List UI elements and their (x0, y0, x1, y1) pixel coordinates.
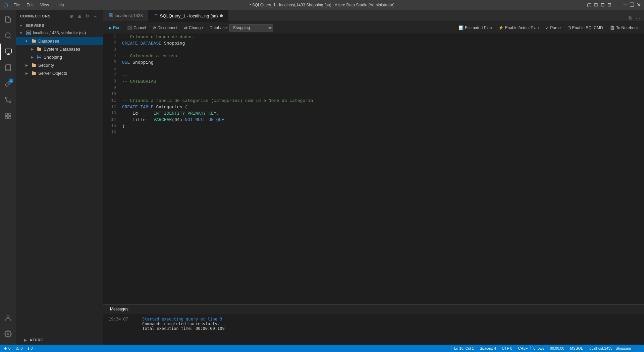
activity-account[interactable] (0, 310, 16, 326)
estimated-plan-button[interactable]: 📊 Estimated Plan (456, 24, 495, 31)
server-objects-item[interactable]: ▶ Server Objects (16, 69, 103, 77)
activity-files[interactable] (0, 11, 16, 27)
time-status[interactable]: 00:00:00 (547, 346, 567, 350)
activity-search[interactable] (0, 27, 16, 44)
encoding-status[interactable]: UTF-8 (499, 346, 515, 350)
run-button[interactable]: ▶ Run (106, 24, 123, 31)
azure-section[interactable]: ▶ AZURE (16, 335, 103, 345)
line-num-13: 13 (103, 110, 116, 117)
tab-more-button[interactable]: ··· (635, 15, 641, 21)
disconnect-label: Disconnect (157, 25, 177, 30)
estimated-plan-label: Estimated Plan (465, 25, 492, 30)
message-text-2: Total execution time: 00:00:00.109 (142, 326, 225, 331)
menu-view[interactable]: View (38, 2, 52, 8)
azure-header[interactable]: ▶ AZURE (20, 337, 99, 343)
shopping-db-icon (36, 54, 42, 60)
servers-header[interactable]: ▾ SERVERS (16, 22, 103, 29)
rows-status[interactable]: 0 rows (530, 346, 547, 350)
more-actions-button[interactable]: ··· (92, 13, 99, 19)
line-ending-label: CRLF (518, 346, 528, 350)
code-line-2: CREATE DATABASE Shopping (122, 40, 644, 47)
message-link[interactable]: Started executing query at line 3 (142, 317, 222, 321)
connection-status[interactable]: localhost,1433 : Shopping (586, 346, 634, 350)
code-line-14: Title VARCHAR(64) NOT NULL UNIQUE (122, 117, 644, 123)
split-editor-button[interactable]: ⧉ (627, 14, 633, 21)
databases-folder[interactable]: ▾ Databases (16, 37, 103, 45)
tab-sqlquery[interactable]: 🗒 SQLQuery_1 - localh...ng (sa) (149, 10, 228, 21)
databases-folder-icon (31, 38, 37, 44)
new-connection-button[interactable]: ⊕ (68, 13, 75, 19)
restore-button[interactable]: ❐ (630, 3, 634, 7)
security-icon (31, 62, 37, 68)
activity-connections[interactable] (0, 44, 16, 60)
refresh-button[interactable]: ↻ (84, 13, 91, 19)
mssql-status[interactable]: MSSQL (567, 346, 586, 350)
activity-git[interactable] (0, 92, 16, 108)
tab-localhost[interactable]: localhost,1433 (103, 10, 149, 21)
code-line-4: -- Colocando-o em uso (122, 53, 644, 59)
code-content[interactable]: -- Criando o banco de dados CREATE DATAB… (119, 34, 644, 304)
warnings-status[interactable]: ⚠ 0 (14, 346, 24, 351)
system-databases-item[interactable]: ▶ System Databases (16, 45, 103, 53)
shopping-database-item[interactable]: ▶ Shopping (16, 53, 103, 61)
errors-status[interactable]: ⊗ 0 (3, 346, 12, 351)
minimize-button[interactable]: ─ (623, 3, 627, 7)
sidebar-content: ▾ SERVERS ▾ localhost,1433, <defau (16, 22, 103, 335)
activity-notebooks[interactable] (0, 60, 16, 76)
line-ending-status[interactable]: CRLF (515, 346, 530, 350)
svg-point-19 (38, 55, 41, 56)
activity-settings[interactable] (0, 326, 16, 342)
activity-extensions2[interactable] (0, 108, 16, 124)
feedback-icon: ↑ (637, 346, 639, 350)
menu-edit[interactable]: Edit (24, 2, 36, 8)
menu-file[interactable]: File (11, 2, 22, 8)
svg-rect-12 (5, 117, 7, 119)
enable-sqlcmd-label: Enable SQLCMD (572, 25, 603, 30)
change-button[interactable]: ⇄ Change (181, 24, 206, 31)
enable-actual-plan-button[interactable]: ⚡ Enable Actual Plan (496, 24, 541, 31)
add-server-group-button[interactable]: ⊞ (76, 13, 83, 19)
code-line-10 (122, 91, 644, 98)
close-button[interactable]: ✕ (637, 3, 641, 7)
server-item[interactable]: ▾ localhost,1433, <default> (sa) (16, 29, 103, 37)
error-icon: ⊗ (4, 346, 7, 351)
info-icon: ℹ (28, 346, 29, 351)
messages-tab[interactable]: Messages (106, 305, 132, 313)
layout-button[interactable]: ⊞ (594, 3, 598, 7)
sidebar-toggle-button[interactable]: ▢ (587, 3, 591, 7)
to-notebook-button[interactable]: 📓 To Notebook (607, 24, 641, 31)
enable-actual-label: Enable Actual Plan (505, 25, 539, 30)
parse-button[interactable]: ✓ Parse (543, 24, 563, 31)
feedback-button[interactable]: ↑ (634, 346, 642, 350)
cancel-label: Cancel (133, 25, 146, 30)
sidebar-header: CONNECTIONS ⊕ ⊞ ↻ ··· (16, 10, 103, 22)
svg-point-7 (9, 101, 11, 103)
to-notebook-label: To Notebook (616, 25, 639, 30)
titlebar-left: ⬡ File Edit View Help (3, 2, 67, 8)
layout2-button[interactable]: ⊟ (601, 3, 605, 7)
encoding-label: UTF-8 (502, 346, 512, 350)
cancel-button[interactable]: ⬛ Cancel (124, 24, 149, 31)
disconnect-button[interactable]: ⊘ Disconnect (150, 24, 180, 31)
enable-sqlcmd-button[interactable]: ⊡ Enable SQLCMD (565, 24, 606, 31)
message-body: Started executing query at line 3 Comman… (142, 317, 225, 331)
warning-count: 0 (20, 346, 22, 350)
spaces-status[interactable]: Spaces: 4 (477, 346, 499, 350)
code-line-8: -- CATEGORIAS (122, 78, 644, 85)
info-status[interactable]: ℹ 0 (26, 346, 34, 351)
change-icon: ⇄ (184, 25, 187, 30)
code-line-1: -- Criando o banco de dados (122, 34, 644, 40)
database-dropdown[interactable]: Shopping (229, 24, 273, 32)
databases-label: Databases (38, 39, 59, 44)
activity-extensions[interactable]: 1 (0, 76, 16, 92)
cursor-position[interactable]: Ln 16, Col 1 (451, 346, 477, 350)
line-num-7: 7 (103, 72, 116, 78)
code-editor[interactable]: 1 2 3 4 5 6 7 8 9 10 11 12 13 14 15 16 (103, 34, 644, 304)
messages-tabs: Messages (103, 305, 644, 314)
security-item[interactable]: ▶ Security (16, 61, 103, 69)
settings-layout-button[interactable]: ⊡ (607, 3, 611, 7)
menu-help[interactable]: Help (53, 2, 67, 8)
system-databases-icon (36, 46, 42, 52)
status-right: Ln 16, Col 1 Spaces: 4 UTF-8 CRLF 0 rows… (451, 346, 641, 350)
status-left: ⊗ 0 ⚠ 0 ℹ 0 (3, 346, 34, 351)
